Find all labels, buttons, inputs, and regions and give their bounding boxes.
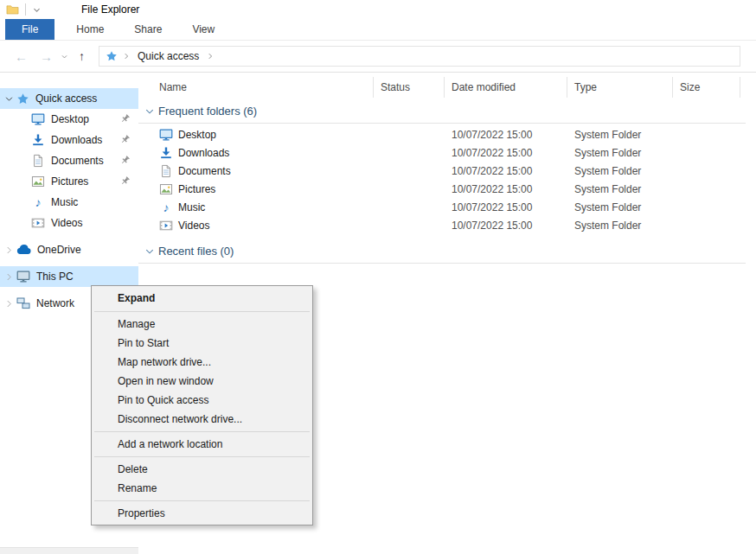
cell-date-modified: 10/07/2022 15:00 (445, 129, 567, 141)
quick-access-icon (106, 50, 118, 62)
menu-item-map-network-drive[interactable]: Map network drive... (93, 353, 311, 372)
menu-separator (94, 500, 310, 501)
documents-icon (31, 154, 45, 168)
pin-icon (119, 113, 131, 124)
back-button[interactable]: ← (9, 50, 34, 63)
music-icon: ♪ (31, 195, 45, 209)
sidebar-item-this-pc[interactable]: This PC (0, 266, 138, 287)
file-name: Pictures (178, 183, 215, 195)
cell-type: System Folder (567, 201, 673, 213)
column-header-name[interactable]: Name (138, 77, 374, 98)
pictures-icon (31, 175, 45, 188)
column-header-size[interactable]: Size (673, 77, 740, 98)
recent-locations-dropdown-icon[interactable] (59, 53, 70, 60)
sidebar-item-quick-access[interactable]: Quick access (0, 88, 138, 109)
menu-item-delete[interactable]: Delete (93, 460, 311, 479)
chevron-down-icon[interactable] (144, 246, 155, 257)
menu-separator (94, 456, 310, 457)
sidebar-item-label: Quick access (35, 92, 97, 105)
column-header-label: Size (680, 81, 700, 93)
cell-name: Desktop (138, 128, 374, 142)
forward-button[interactable]: → (34, 50, 59, 63)
column-header-label: Type (574, 81, 597, 93)
pictures-icon (159, 182, 173, 196)
chevron-right-icon[interactable] (4, 299, 16, 309)
chevron-right-icon[interactable] (4, 272, 16, 282)
pin-icon (119, 175, 131, 187)
file-row-desktop[interactable]: Desktop 10/07/2022 15:00 System Folder (138, 125, 756, 143)
menu-item-add-network-location[interactable]: Add a network location (93, 435, 311, 454)
cell-name: Documents (138, 164, 374, 178)
menu-item-disconnect-network-drive[interactable]: Disconnect network drive... (93, 410, 311, 429)
sidebar-item-documents[interactable]: Documents (0, 150, 138, 171)
group-header-frequent-folders[interactable]: Frequent folders (6) (138, 99, 746, 124)
file-row-documents[interactable]: Documents 10/07/2022 15:00 System Folder (138, 162, 756, 180)
network-icon (16, 296, 30, 310)
titlebar-separator (25, 3, 26, 16)
cell-name: ♪Music (138, 201, 374, 214)
status-bar (0, 547, 138, 554)
sidebar-item-onedrive[interactable]: OneDrive (0, 239, 138, 260)
chevron-down-icon[interactable] (4, 94, 16, 104)
column-header-label: Date modified (452, 81, 516, 93)
breadcrumb-chevron-icon[interactable] (206, 52, 215, 60)
file-row-pictures[interactable]: Pictures 10/07/2022 15:00 System Folder (138, 180, 756, 198)
sidebar-item-pictures[interactable]: Pictures (0, 171, 138, 192)
menu-item-open-in-new-window[interactable]: Open in new window (93, 372, 311, 391)
address-bar[interactable]: Quick access (99, 46, 740, 67)
menu-item-expand[interactable]: Expand (93, 288, 311, 309)
navigation-bar: ← → ↑ Quick access (0, 41, 756, 73)
menu-item-pin-to-quick-access[interactable]: Pin to Quick access (93, 391, 311, 410)
file-explorer-window: File Explorer File Home Share View ← → ↑… (0, 0, 756, 553)
column-header-status[interactable]: Status (374, 77, 445, 98)
tab-share[interactable]: Share (123, 19, 173, 40)
breadcrumb-chevron-icon[interactable] (122, 52, 131, 60)
chevron-right-icon[interactable] (4, 245, 16, 255)
file-row-music[interactable]: ♪Music 10/07/2022 15:00 System Folder (138, 198, 756, 216)
sidebar-item-downloads[interactable]: Downloads (0, 130, 138, 150)
file-row-downloads[interactable]: Downloads 10/07/2022 15:00 System Folder (138, 143, 756, 162)
sidebar-item-label: Desktop (51, 113, 89, 125)
column-header-type[interactable]: Type (567, 77, 673, 98)
sidebar-item-desktop[interactable]: Desktop (0, 109, 138, 130)
context-menu: Expand Manage Pin to Start Map network d… (91, 285, 313, 525)
sidebar-item-label: Music (51, 196, 78, 208)
downloads-icon (31, 133, 45, 147)
videos-icon (159, 219, 173, 232)
tab-file[interactable]: File (5, 19, 54, 40)
group-header-label: Recent files (0) (158, 245, 234, 258)
menu-item-properties[interactable]: Properties (93, 504, 311, 523)
file-name: Music (178, 201, 205, 213)
cell-date-modified: 10/07/2022 15:00 (445, 220, 567, 232)
sidebar-item-label: Downloads (51, 134, 102, 146)
menu-item-pin-to-start[interactable]: Pin to Start (93, 334, 311, 353)
videos-icon (31, 216, 45, 230)
sidebar-item-music[interactable]: ♪ Music (0, 192, 138, 213)
titlebar: File Explorer (0, 0, 756, 19)
chevron-down-icon[interactable] (144, 106, 155, 117)
sidebar-item-label: Documents (51, 155, 104, 167)
file-name: Documents (178, 165, 231, 177)
tab-view[interactable]: View (181, 19, 226, 40)
tab-home[interactable]: Home (65, 19, 115, 40)
cell-type: System Folder (567, 147, 673, 159)
quick-access-icon (16, 92, 29, 105)
sidebar-item-label: Network (36, 297, 74, 309)
sidebar-item-label: Videos (51, 217, 82, 229)
cell-name: Videos (138, 219, 374, 232)
cell-type: System Folder (567, 220, 673, 232)
up-button[interactable]: ↑ (70, 50, 93, 62)
column-header-label: Name (159, 81, 187, 93)
column-header-date-modified[interactable]: Date modified (445, 77, 567, 98)
sidebar-item-videos[interactable]: Videos (0, 213, 138, 233)
pin-icon (119, 155, 131, 166)
breadcrumb-quick-access[interactable]: Quick access (135, 50, 202, 62)
file-rows: Desktop 10/07/2022 15:00 System Folder D… (138, 125, 756, 234)
cell-date-modified: 10/07/2022 15:00 (445, 147, 567, 159)
group-header-recent-files[interactable]: Recent files (0) (138, 239, 746, 264)
menu-item-rename[interactable]: Rename (93, 479, 311, 498)
menu-item-manage[interactable]: Manage (93, 315, 311, 334)
quick-access-toolbar-dropdown-icon[interactable] (32, 5, 42, 15)
sidebar-item-label: OneDrive (37, 244, 81, 256)
file-row-videos[interactable]: Videos 10/07/2022 15:00 System Folder (138, 216, 756, 234)
